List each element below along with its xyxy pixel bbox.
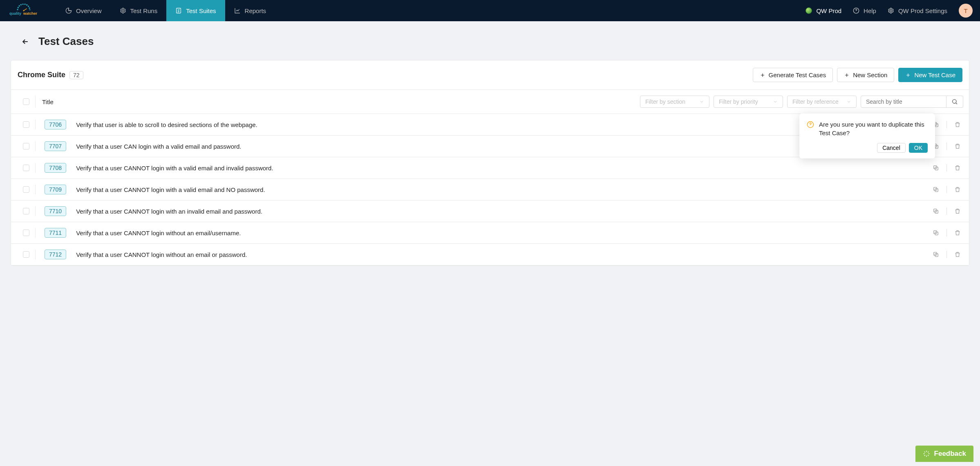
separator — [946, 121, 947, 128]
chevron-down-icon — [846, 99, 851, 104]
copy-icon — [933, 165, 939, 171]
row-checkbox[interactable] — [23, 230, 29, 236]
row-checkbox[interactable] — [23, 165, 29, 171]
brand-logo[interactable]: quality watcher — [7, 4, 44, 18]
row-checkbox[interactable] — [23, 121, 29, 128]
row-checkbox[interactable] — [23, 186, 29, 193]
select-all-checkbox[interactable] — [23, 98, 29, 105]
new-section-button[interactable]: New Section — [837, 68, 894, 82]
test-id-chip[interactable]: 7706 — [45, 120, 66, 129]
project-switcher[interactable]: QW Prod — [805, 7, 841, 14]
nav-settings[interactable]: QW Prod Settings — [888, 7, 947, 14]
duplicate-button[interactable] — [933, 186, 939, 193]
separator — [946, 143, 947, 150]
delete-button[interactable] — [954, 230, 961, 236]
nav-right: QW Prod Help QW Prod Settings T — [805, 4, 973, 18]
back-button[interactable] — [21, 38, 29, 46]
test-id-chip[interactable]: 7708 — [45, 163, 66, 173]
plus-icon — [905, 72, 911, 78]
duplicate-button[interactable] — [933, 251, 939, 258]
chevron-down-icon — [773, 99, 778, 104]
delete-button[interactable] — [954, 208, 961, 214]
globe-icon — [805, 7, 812, 14]
title-column-header: Title — [42, 98, 54, 105]
gear-icon — [120, 7, 126, 14]
filter-priority-label: Filter by priority — [719, 98, 758, 105]
svg-rect-5 — [177, 8, 181, 13]
nav-test-suites-label: Test Suites — [186, 7, 216, 14]
duplicate-button[interactable] — [933, 165, 939, 171]
copy-icon — [933, 230, 939, 236]
delete-button[interactable] — [954, 251, 961, 258]
trash-icon — [954, 186, 961, 193]
checklist-icon — [175, 7, 182, 14]
duplicate-button[interactable] — [933, 208, 939, 214]
test-id-chip[interactable]: 7709 — [45, 185, 66, 194]
new-test-case-button[interactable]: New Test Case — [898, 68, 962, 82]
table-row[interactable]: 7712 Verify that a user CANNOT login wit… — [11, 244, 969, 265]
settings-icon — [888, 7, 894, 14]
project-label: QW Prod — [816, 7, 841, 14]
test-title: Verify that a user CANNOT login without … — [76, 251, 929, 258]
filter-reference[interactable]: Filter by reference — [787, 96, 857, 108]
generate-label: Generate Test Cases — [769, 71, 826, 78]
nav-test-suites[interactable]: Test Suites — [166, 0, 225, 21]
delete-button[interactable] — [954, 143, 961, 149]
card-head: Chrome Suite 72 Generate Test Cases New … — [11, 60, 969, 89]
avatar[interactable]: T — [959, 4, 973, 18]
svg-text:watcher: watcher — [23, 11, 38, 16]
avatar-initial: T — [964, 7, 967, 14]
chevron-down-icon — [699, 99, 704, 104]
test-title: Verify that a user CANNOT login with a v… — [76, 165, 929, 172]
test-id-chip[interactable]: 7707 — [45, 141, 66, 151]
search-input[interactable] — [861, 96, 946, 108]
trash-icon — [954, 143, 961, 149]
test-id-chip[interactable]: 7712 — [45, 250, 66, 259]
new-section-label: New Section — [853, 71, 887, 78]
confirm-popover: Are you sure you want to duplicate this … — [799, 114, 935, 158]
row-actions — [933, 164, 961, 172]
popover-cancel-button[interactable]: Cancel — [877, 143, 906, 153]
table-header: Title Filter by section Filter by priori… — [11, 90, 969, 114]
table-row[interactable]: 7708 Verify that a user CANNOT login wit… — [11, 157, 969, 179]
popover-text: Are you sure you want to duplicate this … — [819, 120, 928, 137]
delete-button[interactable] — [954, 121, 961, 128]
nav-settings-label: QW Prod Settings — [898, 7, 947, 14]
nav-help[interactable]: Help — [853, 7, 876, 14]
generate-button[interactable]: Generate Test Cases — [753, 68, 833, 82]
test-title: Verify that a user CANNOT login with an … — [76, 208, 929, 215]
separator — [946, 229, 947, 236]
test-title: Verify that a user CANNOT login with a v… — [76, 186, 929, 193]
trash-icon — [954, 230, 961, 236]
test-id-chip[interactable]: 7711 — [45, 228, 66, 238]
search-wrap — [861, 96, 963, 108]
filter-section-label: Filter by section — [645, 98, 685, 105]
copy-icon — [933, 251, 939, 258]
nav-test-runs-label: Test Runs — [130, 7, 158, 14]
copy-icon — [933, 186, 939, 193]
nav-overview[interactable]: Overview — [56, 0, 111, 21]
nav-test-runs[interactable]: Test Runs — [111, 0, 167, 21]
search-button[interactable] — [946, 96, 963, 108]
table-row[interactable]: 7709 Verify that a user CANNOT login wit… — [11, 179, 969, 201]
table-filters: Filter by section Filter by priority Fil… — [640, 96, 963, 108]
delete-button[interactable] — [954, 165, 961, 171]
row-checkbox[interactable] — [23, 251, 29, 258]
arrow-left-icon — [21, 38, 29, 46]
nav-overview-label: Overview — [76, 7, 102, 14]
filter-priority[interactable]: Filter by priority — [714, 96, 783, 108]
row-checkbox[interactable] — [23, 208, 29, 214]
svg-line-1 — [24, 9, 27, 11]
filter-section[interactable]: Filter by section — [640, 96, 709, 108]
pie-icon — [65, 7, 72, 14]
table-row[interactable]: 7710 Verify that a user CANNOT login wit… — [11, 201, 969, 222]
svg-point-4 — [122, 10, 124, 11]
delete-button[interactable] — [954, 186, 961, 193]
popover-ok-button[interactable]: OK — [909, 143, 928, 153]
duplicate-button[interactable] — [933, 230, 939, 236]
nav-reports[interactable]: Reports — [225, 0, 275, 21]
svg-text:quality: quality — [9, 11, 21, 16]
row-checkbox[interactable] — [23, 143, 29, 149]
table-row[interactable]: 7711 Verify that a user CANNOT login wit… — [11, 222, 969, 244]
test-id-chip[interactable]: 7710 — [45, 206, 66, 216]
